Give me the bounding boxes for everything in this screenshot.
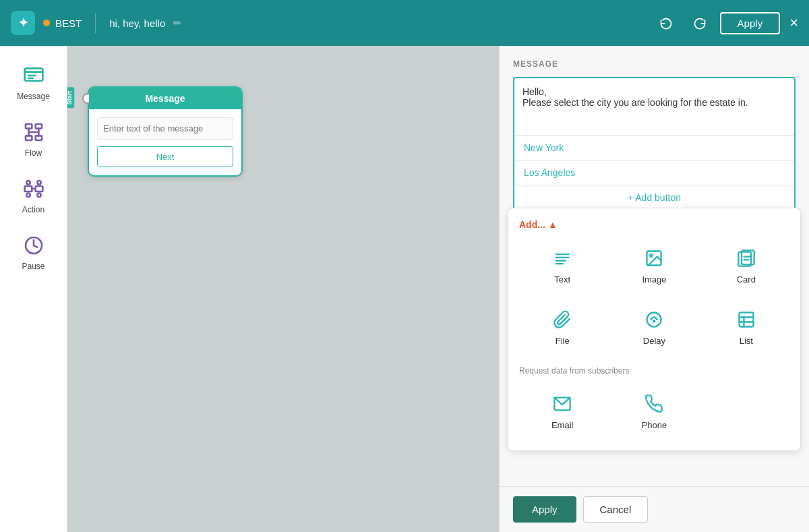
svg-rect-14: [35, 186, 42, 191]
delay-icon: [643, 309, 665, 330]
list-icon: [736, 309, 757, 330]
add-item-delay-label: Delay: [643, 336, 665, 346]
svg-point-26: [651, 254, 653, 257]
add-item-file[interactable]: File: [519, 299, 605, 355]
status-dot: [43, 20, 50, 26]
undo-button[interactable]: [653, 9, 680, 36]
svg-point-18: [37, 194, 40, 197]
header-actions: Apply ×: [653, 9, 798, 36]
subscriber-section-label: Request data from subscribers: [519, 366, 789, 376]
flow-node-body: Next: [89, 109, 241, 175]
redo-button[interactable]: [686, 9, 713, 36]
add-item-text-label: Text: [554, 274, 570, 285]
svg-point-16: [37, 181, 40, 184]
divider: [95, 13, 96, 33]
flow-node: Start Message Next: [88, 86, 243, 177]
sidebar-flow-label: Flow: [25, 148, 42, 158]
message-textarea[interactable]: Hello, Please select the city you are lo…: [514, 78, 794, 132]
add-dropdown-label: Add...: [519, 219, 545, 230]
header-close-button[interactable]: ×: [789, 14, 798, 32]
panel-bottom: Apply Cancel: [500, 486, 809, 532]
add-item-list[interactable]: List: [703, 299, 789, 355]
sidebar: Message Flow: [0, 46, 67, 532]
start-label: Start: [67, 88, 74, 109]
sidebar-item-pause[interactable]: Pause: [7, 227, 61, 278]
sidebar-item-action[interactable]: Action: [7, 170, 61, 221]
add-item-card[interactable]: Card: [703, 238, 789, 294]
add-items-grid: Text Image: [519, 238, 789, 355]
panel-button-new-york[interactable]: New York: [514, 135, 794, 160]
cancel-button[interactable]: Cancel: [583, 496, 649, 523]
flow-node-input[interactable]: [97, 117, 233, 140]
apply-button[interactable]: Apply: [513, 496, 576, 523]
sidebar-item-message[interactable]: Message: [7, 57, 61, 108]
add-item-delay[interactable]: Delay: [611, 299, 697, 355]
right-panel: MESSAGE Hello, Please select the city yo…: [499, 46, 809, 532]
flow-node-header: Message: [89, 88, 241, 109]
add-item-file-label: File: [556, 336, 570, 346]
add-item-phone[interactable]: Phone: [611, 384, 697, 440]
sidebar-pause-label: Pause: [22, 262, 44, 271]
add-item-card-label: Card: [737, 274, 756, 285]
svg-point-32: [653, 320, 655, 322]
message-box: Hello, Please select the city you are lo…: [513, 77, 796, 211]
image-icon: [643, 247, 665, 269]
panel-button-los-angeles[interactable]: Los Angeles: [514, 160, 794, 185]
add-button[interactable]: + Add button: [514, 185, 794, 210]
canvas-area[interactable]: Start Message Next: [67, 46, 499, 532]
sidebar-action-label: Action: [22, 205, 44, 214]
add-item-image[interactable]: Image: [611, 238, 697, 294]
text-icon: [551, 247, 573, 269]
flow-node-title: Message: [145, 93, 185, 104]
main-layout: Message Flow: [0, 46, 809, 532]
file-icon: [551, 309, 573, 330]
phone-icon: [643, 393, 665, 415]
svg-point-17: [26, 194, 30, 197]
bot-name-area: BEST: [43, 18, 82, 29]
action-icon: [22, 177, 46, 201]
header: ✦ BEST hi, hey, hello ✏ Apply ×: [0, 0, 809, 46]
svg-rect-13: [24, 186, 32, 191]
message-section-label: MESSAGE: [513, 59, 796, 69]
card-icon: [736, 247, 757, 269]
sidebar-item-flow[interactable]: Flow: [7, 113, 61, 165]
flow-node-next-button[interactable]: Next: [97, 146, 233, 167]
logo: ✦: [11, 11, 35, 35]
add-dropdown-header[interactable]: Add... ▲: [519, 219, 789, 230]
add-dropdown-arrow: ▲: [548, 219, 558, 230]
add-item-list-label: List: [740, 336, 753, 346]
email-icon: [551, 393, 573, 415]
subscriber-items-grid: Email Phone: [519, 384, 789, 440]
message-icon: [22, 63, 46, 88]
add-item-image-label: Image: [642, 274, 666, 285]
add-dropdown: Add... ▲ Text: [508, 208, 801, 451]
flow-icon: [22, 120, 46, 144]
logo-symbol: ✦: [18, 16, 28, 30]
add-item-email-label: Email: [551, 420, 574, 430]
svg-point-15: [26, 181, 30, 184]
bot-name: BEST: [55, 18, 82, 29]
sidebar-message-label: Message: [17, 92, 50, 101]
edit-icon[interactable]: ✏: [173, 18, 181, 28]
header-apply-button[interactable]: Apply: [720, 12, 781, 34]
add-item-email[interactable]: Email: [519, 384, 605, 440]
flow-name: hi, hey, hello: [109, 18, 165, 29]
add-item-text[interactable]: Text: [519, 238, 605, 294]
pause-icon: [22, 233, 46, 258]
add-item-phone-label: Phone: [642, 420, 667, 430]
svg-rect-33: [739, 313, 753, 327]
message-section: MESSAGE Hello, Please select the city yo…: [500, 46, 809, 219]
